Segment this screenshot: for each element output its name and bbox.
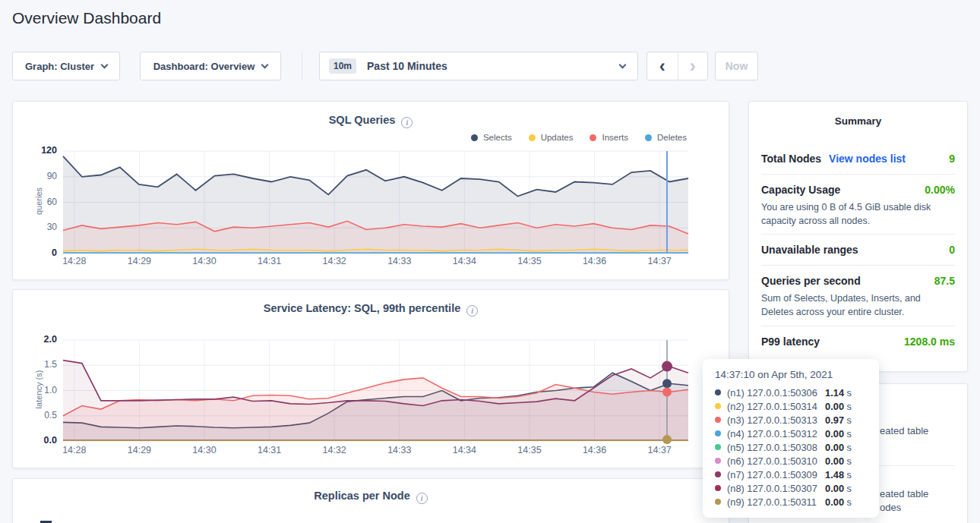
legend-label: Updates bbox=[541, 133, 574, 142]
x-tick-label: 14:29 bbox=[128, 256, 151, 266]
service-latency-plot[interactable] bbox=[63, 340, 688, 441]
info-icon[interactable]: i bbox=[466, 305, 478, 317]
chart-legend: SelectsUpdatesInsertsDeletes bbox=[471, 133, 687, 142]
now-button-label: Now bbox=[726, 60, 748, 72]
node-latency-value: 0.00 s bbox=[825, 428, 867, 440]
legend-item-deletes[interactable]: Deletes bbox=[645, 133, 687, 142]
legend-dot bbox=[529, 134, 536, 141]
x-tick-label: 14:33 bbox=[387, 445, 411, 455]
node-latency-value: 0.00 s bbox=[825, 483, 867, 494]
legend-label: Deletes bbox=[657, 133, 687, 142]
node-latency-unit: s bbox=[844, 414, 852, 426]
summary-description: You are using 0 B of 4.5 GiB usable disk… bbox=[761, 200, 955, 228]
crosshair-point bbox=[662, 435, 672, 444]
event-fragment: eated table bbox=[880, 425, 928, 436]
summary-label: Queries per second bbox=[761, 275, 861, 287]
node-latency-value: 0.00 s bbox=[825, 442, 867, 453]
time-next-button[interactable]: › bbox=[678, 52, 708, 80]
chart-card-sql-queries: SQL Queriesi SelectsUpdatesInsertsDelete… bbox=[12, 101, 729, 280]
tooltip-header: 14:37:10 on Apr 5th, 2021 bbox=[715, 369, 867, 380]
node-latency-unit: s bbox=[844, 428, 852, 440]
tooltip-row: (n8) 127.0.0.1:503070.00 s bbox=[715, 481, 867, 495]
x-tick-label: 14:36 bbox=[583, 256, 606, 266]
y-tick-label: 120 bbox=[13, 145, 57, 156]
graph-dropdown[interactable]: Graph: Cluster bbox=[12, 52, 120, 80]
page-title: Overview Dashboard bbox=[12, 9, 161, 27]
sql-queries-plot[interactable] bbox=[63, 151, 688, 254]
chart-title: SQL Queriesi bbox=[13, 114, 729, 128]
tooltip-row: (n3) 127.0.0.1:503130.97 s bbox=[715, 413, 867, 427]
dashboard-dropdown[interactable]: Dashboard: Overview bbox=[140, 52, 281, 80]
crosshair-point bbox=[662, 379, 672, 388]
node-color-dot bbox=[715, 471, 721, 477]
view-nodes-list-link[interactable]: View nodes list bbox=[829, 153, 906, 165]
tooltip-row: (n6) 127.0.0.1:503100.00 s bbox=[715, 454, 867, 468]
chart-title-text: Service Latency: SQL, 99th percentile bbox=[264, 302, 461, 314]
node-address: (n8) 127.0.0.1:50307 bbox=[727, 483, 817, 494]
node-latency-unit: s bbox=[844, 469, 852, 480]
summary-value: 87.5 bbox=[934, 275, 955, 287]
legend-label: Selects bbox=[483, 133, 512, 142]
summary-row: Queries per second87.5 bbox=[761, 266, 955, 290]
x-tick-label: 14:30 bbox=[192, 256, 216, 266]
tooltip-row: (n7) 127.0.0.1:503091.48 s bbox=[715, 468, 867, 481]
x-tick-label: 14:33 bbox=[387, 256, 411, 266]
chevron-left-icon: ‹ bbox=[659, 55, 665, 77]
node-color-dot bbox=[715, 485, 721, 491]
summary-row: Capacity Usage0.00% bbox=[761, 175, 955, 199]
controls-divider bbox=[302, 52, 302, 80]
node-latency-unit: s bbox=[844, 483, 852, 494]
info-icon[interactable]: i bbox=[416, 493, 428, 504]
x-tick-label: 14:36 bbox=[583, 445, 606, 455]
node-color-dot bbox=[715, 403, 721, 409]
legend-dot bbox=[590, 134, 596, 141]
summary-value: 0 bbox=[949, 244, 955, 256]
event-fragment: eated table bbox=[880, 488, 928, 499]
x-tick-label: 14:34 bbox=[453, 256, 476, 266]
legend-item-inserts[interactable]: Inserts bbox=[590, 133, 628, 142]
node-color-dot bbox=[715, 417, 721, 423]
x-tick-label: 14:29 bbox=[128, 445, 151, 455]
x-tick-label: 14:37 bbox=[648, 256, 672, 266]
summary-row: Total NodesView nodes list9 bbox=[761, 143, 955, 168]
x-tick-label: 14:32 bbox=[323, 256, 346, 266]
chevron-right-icon: › bbox=[690, 55, 696, 77]
chevron-down-icon bbox=[619, 61, 627, 68]
time-prev-button[interactable]: ‹ bbox=[647, 52, 678, 80]
summary-label: Total Nodes bbox=[761, 153, 821, 165]
x-tick-label: 14:35 bbox=[517, 256, 541, 266]
summary-value: 1208.0 ms bbox=[904, 336, 955, 348]
x-tick-label: 14:34 bbox=[453, 445, 476, 455]
summary-row: Unavailable ranges0 bbox=[761, 235, 955, 259]
node-address: (n9) 127.0.0.1:50311 bbox=[727, 496, 817, 508]
chart-tooltip: 14:37:10 on Apr 5th, 2021 (n1) 127.0.0.1… bbox=[703, 359, 879, 518]
chart-title-text: Replicas per Node bbox=[314, 490, 410, 502]
time-range-dropdown[interactable]: 10m Past 10 Minutes bbox=[319, 52, 638, 80]
node-address: (n4) 127.0.0.1:50312 bbox=[727, 428, 817, 440]
dashboard-dropdown-label: Dashboard: Overview bbox=[153, 61, 255, 72]
now-button[interactable]: Now bbox=[715, 52, 758, 80]
legend-item-updates[interactable]: Updates bbox=[529, 133, 574, 142]
x-tick-label: 14:37 bbox=[648, 445, 672, 455]
chart-title: Service Latency: SQL, 99th percentilei bbox=[13, 302, 729, 317]
chart-card-replicas-per-node: Replicas per Nodei bbox=[12, 478, 729, 523]
x-tick-label: 14:28 bbox=[62, 256, 86, 266]
legend-label: Inserts bbox=[602, 133, 628, 142]
y-axis-title: latency (s) bbox=[34, 351, 43, 427]
y-tick-label: 2.0 bbox=[13, 334, 57, 345]
tooltip-row: (n9) 127.0.0.1:503110.00 s bbox=[715, 495, 867, 509]
node-latency-unit: s bbox=[844, 387, 852, 399]
node-address: (n2) 127.0.0.1:50314 bbox=[727, 401, 817, 412]
node-latency-value: 0.00 s bbox=[825, 455, 867, 467]
x-tick-label: 14:28 bbox=[62, 445, 86, 455]
time-range-badge: 10m bbox=[329, 58, 356, 74]
summary-title: Summary bbox=[761, 115, 955, 127]
event-fragment: odes bbox=[880, 502, 901, 513]
chevron-down-icon bbox=[101, 61, 109, 68]
legend-item-selects[interactable]: Selects bbox=[471, 133, 512, 142]
summary-value: 9 bbox=[949, 153, 955, 165]
info-icon[interactable]: i bbox=[401, 117, 413, 128]
node-latency-value: 1.14 s bbox=[825, 387, 867, 399]
legend-dot bbox=[471, 134, 478, 141]
node-color-dot bbox=[715, 389, 721, 395]
